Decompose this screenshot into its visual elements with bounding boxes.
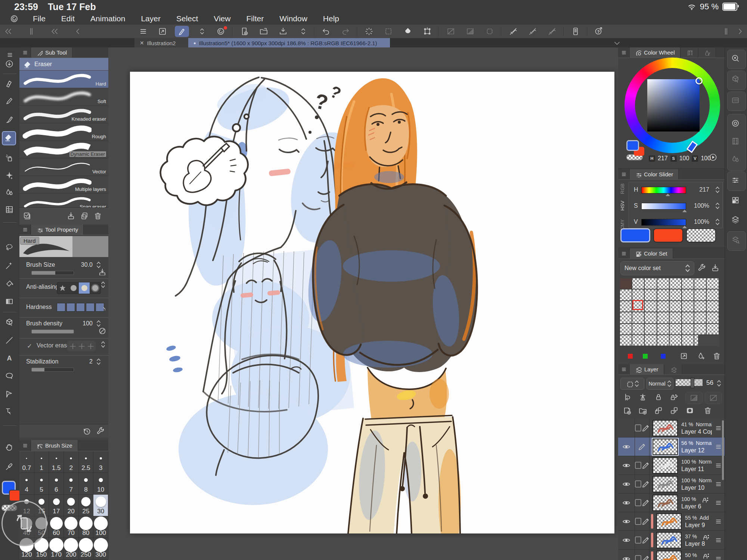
snap-ruler-button[interactable] [506,26,520,37]
clip-at-layer-icon[interactable] [623,393,632,402]
rgb-tab[interactable]: RGB [620,183,628,194]
companion-mode-button[interactable] [568,26,583,37]
brush-size-cell[interactable]: 80 [79,516,94,538]
brush-size-cell[interactable]: 10 [93,473,108,495]
layer-drag-handle[interactable] [712,484,725,485]
subtool-item[interactable]: Multiple layers [19,176,108,194]
tool-settings-icon[interactable] [96,427,105,435]
color-slider-tab[interactable]: Color Slider [629,169,679,179]
aa-none[interactable] [57,282,68,294]
menu-item[interactable]: Select [176,14,198,23]
ruler-range-icon[interactable] [705,392,722,404]
clip-studio-button[interactable] [214,26,228,37]
layer-checkbox[interactable] [635,550,650,560]
main-menu-button[interactable] [136,26,150,37]
color-set-mini-icon[interactable] [729,194,743,208]
sv-cursor[interactable] [695,77,703,84]
opacity-handle[interactable] [691,378,694,388]
color-set-dropdown[interactable]: New color set [620,261,694,275]
layer-drag-handle[interactable] [712,502,725,503]
delete-layer-icon[interactable] [703,406,713,416]
layer-opacity-value[interactable]: 56 [706,379,713,387]
brush-size-cell[interactable]: 30 [93,495,108,516]
help-button[interactable] [592,26,606,37]
stepper[interactable] [101,281,105,288]
layer-thumbnail[interactable] [656,551,682,560]
primary-color-swatch-mini[interactable] [626,140,639,151]
stepper[interactable] [96,358,101,365]
layer-visibility-toggle[interactable] [618,550,635,560]
blue-indicator[interactable] [661,354,666,359]
layer-tab[interactable]: Layer [629,364,664,374]
brush-tool[interactable] [3,114,16,127]
toolbar-collapse-left[interactable] [4,27,81,35]
layer-search-tab[interactable] [664,364,682,374]
redo-button[interactable] [338,26,353,37]
pen-touch-button[interactable] [175,26,189,37]
brush-size-cell[interactable]: 4 [19,473,34,495]
fit-screen-button[interactable] [155,26,170,37]
menu-item[interactable]: Filter [246,14,264,23]
brush-size-tab[interactable]: Brush Size [31,440,78,451]
color-wheel-mini-icon[interactable] [729,117,743,131]
merge-down-icon[interactable] [670,406,680,416]
brush-size-cell[interactable]: 8 [79,473,94,495]
sv-square[interactable] [647,79,700,132]
tool-switch-chevrons[interactable] [194,26,208,37]
menu-item[interactable]: Help [323,14,339,23]
layer-checkbox[interactable] [635,512,650,530]
hand-tool[interactable] [3,441,16,454]
selected-swatch-outline[interactable] [632,300,643,310]
brush-size-cell[interactable]: 300 [93,538,108,560]
brush-size-cell[interactable]: 1 [34,451,49,473]
brush-size-cell[interactable]: 70 [64,516,79,538]
pen-tool[interactable] [3,77,16,91]
selection-tool[interactable] [3,241,16,254]
brush-size-cell[interactable]: 5 [34,473,49,495]
airbrush-tool[interactable] [3,152,16,165]
stabilization-value[interactable]: 2 [89,358,93,365]
select-outside-button[interactable] [483,26,497,37]
layer-row[interactable]: 50 % Layer 7 Copy [618,550,725,560]
brush-size-cell[interactable]: 17 [49,495,64,516]
subtool-item[interactable]: Soft [19,88,108,106]
layer-checkbox[interactable] [635,531,650,549]
eyedropper-tool[interactable] [3,460,16,474]
layer-thumbnail[interactable] [656,513,682,530]
layer-row[interactable]: 100 % Normal Layer 11 [618,456,725,475]
reset-tool-icon[interactable] [83,427,91,435]
material-manager-icon[interactable] [729,94,743,108]
color-slider-mini-icon[interactable] [729,174,743,188]
secondary-color-swatch[interactable] [9,490,21,501]
layer-visibility-toggle[interactable] [618,512,635,530]
object-tool[interactable] [3,316,16,329]
auto-select-tool[interactable] [3,259,16,273]
close-icon[interactable]: ✕ [140,40,144,46]
balloon-tool[interactable] [3,370,16,383]
stepper[interactable] [715,202,720,210]
color-mixing-tab[interactable] [681,47,698,58]
layer-thumbnail[interactable] [653,457,678,474]
brush-size-cell[interactable]: 2 [64,451,79,473]
import-color-set-icon[interactable] [711,263,720,273]
brush-density-value[interactable]: 100 [83,320,93,327]
blend-palette-icon[interactable] [729,153,743,167]
menu-item[interactable]: File [33,14,46,23]
preset-preview[interactable]: Hard [19,236,108,257]
color-set-tab[interactable]: Color Set [629,248,673,259]
layer-thumbnail[interactable] [653,420,678,436]
blend-mode-dropdown[interactable]: Normal [647,378,673,390]
stepper[interactable] [96,261,101,269]
register-size-icon[interactable] [98,268,105,275]
tab-illustration5[interactable]: ● Illustration5* (1600 x 900px 300dpi 18… [188,38,390,48]
color-mixing-icon[interactable] [729,135,743,149]
subtool-item[interactable]: Rough [19,123,108,141]
menu-item[interactable]: Layer [141,14,161,23]
save-chevrons[interactable] [295,26,310,37]
stepper[interactable] [715,218,720,226]
layer-row[interactable]: 37 % Layer 8 [618,531,725,550]
primary-color-chip[interactable] [620,228,650,242]
snap-grid-button[interactable] [545,26,559,37]
delete-color-icon[interactable] [712,352,722,361]
toolbar-collapse-right[interactable] [722,27,744,35]
